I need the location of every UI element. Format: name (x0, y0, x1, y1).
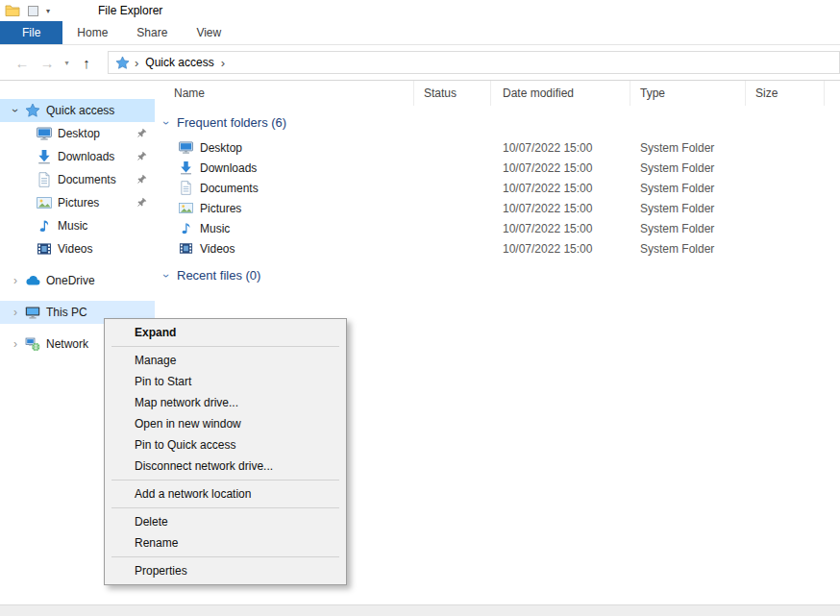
downloads-icon (37, 149, 52, 164)
app-folder-icon (5, 3, 20, 18)
up-button[interactable]: ↑ (74, 55, 99, 71)
column-header-size[interactable]: Size (746, 81, 825, 106)
file-name: Desktop (200, 141, 242, 155)
sidebar-label: Pictures (58, 196, 99, 209)
menu-item-rename[interactable]: Rename (105, 532, 346, 554)
sidebar-item-music[interactable]: Music (0, 214, 155, 237)
titlebar: ▾ File Explorer (0, 0, 840, 21)
chevron-collapsed-icon[interactable]: › (13, 306, 17, 319)
file-name: Documents (200, 182, 259, 195)
forward-button[interactable]: → (35, 55, 60, 71)
group-header-recent-files[interactable]: › Recent files (0) (164, 268, 840, 283)
sidebar-label: Documents (58, 173, 116, 186)
sidebar-label: Videos (58, 242, 92, 256)
desktop-icon (179, 140, 193, 155)
qat-item-icon[interactable] (28, 6, 38, 16)
menu-item-disconnect-network-drive[interactable]: Disconnect network drive... (105, 456, 346, 477)
menu-item-add-network-location[interactable]: Add a network location (105, 483, 346, 505)
navigation-bar: ← → ▾ ↑ › Quick access › (0, 45, 840, 81)
sidebar-item-quick-access[interactable]: › Quick access (0, 99, 155, 122)
menu-item-delete[interactable]: Delete (105, 511, 346, 532)
sidebar-label: This PC (46, 306, 87, 319)
address-bar[interactable]: › Quick access › (108, 51, 840, 74)
chevron-expanded-icon[interactable]: › (9, 109, 22, 112)
recent-locations-dropdown-icon[interactable]: ▾ (60, 59, 74, 67)
sidebar-item-downloads[interactable]: Downloads (0, 145, 155, 168)
file-date-modified: 10/07/2022 15:00 (491, 202, 630, 215)
status-bar (0, 604, 840, 616)
column-header-date-modified[interactable]: Date modified (491, 81, 630, 106)
breadcrumb-chevron-icon[interactable]: › (135, 56, 138, 70)
group-collapse-chevron-icon[interactable]: › (160, 121, 173, 125)
sidebar-label: Network (46, 337, 88, 351)
file-type: System Folder (630, 222, 746, 235)
file-row-music[interactable]: Music 10/07/2022 15:00 System Folder (155, 218, 840, 238)
qat-customize-icon[interactable]: ▾ (46, 7, 50, 15)
sidebar-label: OneDrive (46, 274, 95, 287)
menu-separator (111, 556, 339, 557)
pin-icon (136, 127, 148, 139)
onedrive-cloud-icon (25, 273, 40, 288)
window-title: File Explorer (98, 4, 162, 17)
file-type: System Folder (630, 141, 746, 155)
pin-icon (136, 196, 148, 209)
documents-icon (37, 172, 52, 187)
file-row-pictures[interactable]: Pictures 10/07/2022 15:00 System Folder (155, 198, 840, 218)
file-name: Pictures (200, 202, 241, 215)
tab-home[interactable]: Home (62, 21, 122, 44)
tab-view[interactable]: View (182, 21, 235, 44)
sidebar-item-pictures[interactable]: Pictures (0, 191, 155, 214)
network-icon (25, 336, 40, 352)
sidebar-item-videos[interactable]: Videos (0, 237, 155, 260)
sidebar-label: Desktop (58, 127, 100, 140)
file-date-modified: 10/07/2022 15:00 (491, 222, 630, 235)
sidebar-label: Quick access (46, 104, 114, 117)
group-header-frequent-folders[interactable]: › Frequent folders (6) (164, 115, 840, 130)
sidebar-item-desktop[interactable]: Desktop (0, 122, 155, 145)
chevron-collapsed-icon[interactable]: › (13, 274, 17, 287)
tab-file[interactable]: File (0, 21, 62, 44)
menu-item-expand[interactable]: Expand (105, 322, 346, 343)
chevron-collapsed-icon[interactable]: › (13, 337, 17, 351)
pictures-icon (179, 201, 193, 215)
file-row-videos[interactable]: Videos 10/07/2022 15:00 System Folder (155, 238, 840, 259)
menu-item-pin-to-start[interactable]: Pin to Start (105, 371, 346, 392)
sidebar-item-documents[interactable]: Documents (0, 168, 155, 191)
downloads-icon (179, 160, 193, 175)
this-pc-icon (25, 305, 40, 320)
quick-access-icon (115, 56, 130, 70)
ribbon-tab-row: File Home Share View (0, 21, 840, 45)
column-header-type[interactable]: Type (630, 81, 746, 106)
column-header-name[interactable]: Name (155, 81, 414, 106)
file-date-modified: 10/07/2022 15:00 (491, 182, 630, 195)
tab-share[interactable]: Share (122, 21, 182, 44)
file-row-downloads[interactable]: Downloads 10/07/2022 15:00 System Folder (155, 158, 840, 178)
file-row-documents[interactable]: Documents 10/07/2022 15:00 System Folder (155, 178, 840, 198)
sidebar-label: Music (58, 219, 87, 233)
sidebar-item-onedrive[interactable]: › OneDrive (0, 269, 155, 292)
menu-item-manage[interactable]: Manage (105, 350, 346, 371)
back-button[interactable]: ← (10, 55, 35, 71)
menu-item-map-network-drive[interactable]: Map network drive... (105, 392, 346, 413)
menu-separator (111, 346, 339, 347)
music-icon (179, 221, 193, 235)
file-date-modified: 10/07/2022 15:00 (491, 161, 630, 175)
breadcrumb-chevron-icon[interactable]: › (221, 56, 225, 70)
file-type: System Folder (630, 161, 746, 175)
pin-icon (136, 173, 148, 185)
file-type: System Folder (630, 202, 746, 215)
videos-icon (179, 241, 193, 256)
menu-item-open-in-new-window[interactable]: Open in new window (105, 413, 346, 434)
file-type: System Folder (630, 242, 746, 256)
music-icon (37, 218, 52, 234)
pin-icon (136, 150, 148, 162)
file-row-desktop[interactable]: Desktop 10/07/2022 15:00 System Folder (155, 137, 840, 158)
menu-item-properties[interactable]: Properties (105, 560, 346, 581)
menu-separator (111, 507, 339, 508)
column-header-status[interactable]: Status (414, 81, 491, 106)
desktop-icon (37, 126, 52, 141)
file-type: System Folder (630, 182, 746, 195)
group-collapse-chevron-icon[interactable]: › (160, 274, 173, 278)
menu-item-pin-to-quick-access[interactable]: Pin to Quick access (105, 434, 346, 456)
breadcrumb-quick-access[interactable]: Quick access (143, 56, 215, 69)
